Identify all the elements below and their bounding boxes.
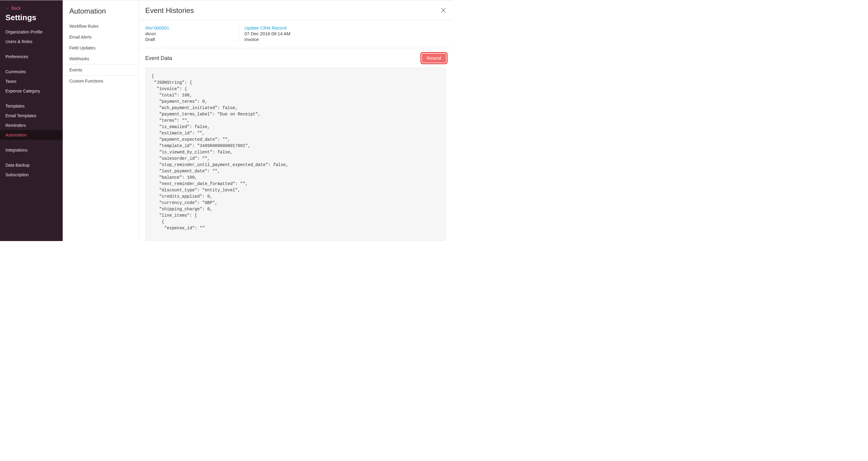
event-source-block: INV-000001 iArun Draft [145,25,239,42]
nav-organization-profile[interactable]: Organization Profile [0,27,63,37]
back-label: Back [11,6,21,10]
subnav-field-updates[interactable]: Field Updates [63,42,138,53]
event-timestamp: 07 Dec 2016 09:14 AM [244,30,290,36]
close-icon[interactable] [441,7,446,14]
event-data-section: Event Data Resend { "JSONString": { "inv… [138,48,453,241]
subnav-title: Automation [63,6,138,21]
nav-group: Preferences [0,51,63,66]
event-summary-row: INV-000001 iArun Draft Update CRM Record… [138,20,453,48]
event-data-title: Event Data [145,55,172,61]
event-status: Draft [145,36,227,42]
main-content: Event Histories INV-000001 iArun Draft U… [138,0,453,241]
nav-expense-category[interactable]: Expense Category [0,86,63,96]
sidebar-title: Settings [0,12,63,26]
nav-group: Templates Email Templates Reminders Auto… [0,100,63,144]
event-action-block: Update CRM Record 07 Dec 2016 09:14 AM I… [239,25,303,42]
x-icon [441,7,446,13]
nav-automation[interactable]: Automation [0,130,63,140]
subnav-custom-functions[interactable]: Custom Functions [63,75,138,87]
nav-email-templates[interactable]: Email Templates [0,111,63,121]
resend-button[interactable]: Resend [422,54,446,63]
event-data-header: Event Data Resend [145,54,446,67]
nav-preferences[interactable]: Preferences [0,52,63,61]
subnav-events[interactable]: Events [63,64,138,75]
nav-currencies[interactable]: Currencies [0,67,63,76]
subnav-webhooks[interactable]: Webhooks [63,53,138,64]
page-title: Event Histories [145,6,194,15]
event-user: iArun [145,30,227,36]
settings-sidebar: ← Back Settings Organization Profile Use… [0,0,63,241]
back-link[interactable]: ← Back [0,4,63,12]
nav-group: Data Backup Subscription [0,159,63,184]
event-data-code[interactable]: { "JSONString": { "invoice": { "total": … [145,67,446,241]
nav-taxes[interactable]: Taxes [0,76,63,86]
nav-integrations[interactable]: Integrations [0,145,63,155]
nav-group: Currencies Taxes Expense Category [0,66,63,100]
nav-subscription[interactable]: Subscription [0,170,63,180]
nav-templates[interactable]: Templates [0,101,63,111]
nav-group: Organization Profile Users & Roles [0,26,63,51]
subnav-workflow-rules[interactable]: Workflow Rules [63,21,138,32]
main-header: Event Histories [138,0,453,20]
subnav-email-alerts[interactable]: Email Alerts [63,32,138,42]
nav-data-backup[interactable]: Data Backup [0,160,63,170]
event-module: Invoice [244,36,290,42]
invoice-link[interactable]: INV-000001 [145,25,227,30]
automation-subnav: Automation Workflow Rules Email Alerts F… [63,0,138,241]
arrow-left-icon: ← [5,6,10,10]
action-link[interactable]: Update CRM Record [244,25,290,30]
nav-group: Integrations [0,144,63,159]
nav-reminders[interactable]: Reminders [0,121,63,130]
nav-users-roles[interactable]: Users & Roles [0,37,63,47]
